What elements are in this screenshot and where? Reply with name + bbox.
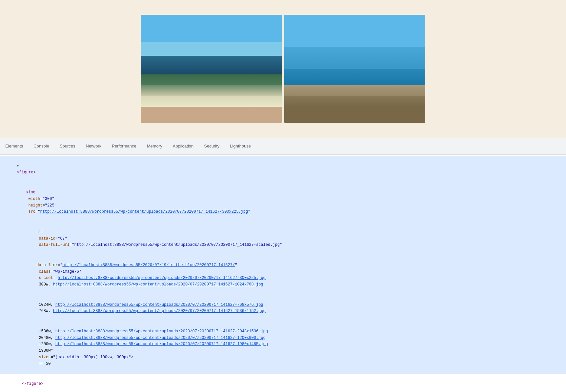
img-line-1b: alt data-id="67" data-full-url="http://l… bbox=[0, 222, 566, 255]
img-line-1d: 1024w, http://localhost:8888/wordpress55… bbox=[0, 295, 566, 322]
tab-elements[interactable]: Elements bbox=[0, 138, 28, 154]
tab-application[interactable]: Application bbox=[168, 138, 199, 154]
img-line-1e: 1536w, http://localhost:8888/wordpress55… bbox=[0, 322, 566, 374]
faraglioni-rocks-image bbox=[284, 15, 425, 123]
image-preview-area bbox=[0, 0, 566, 138]
figure-open-line[interactable]: <figure> bbox=[0, 156, 566, 183]
figure-toggle[interactable] bbox=[17, 163, 21, 169]
figure-close-line: </figure> bbox=[0, 374, 566, 392]
code-panel[interactable]: <figure> <img width="300" height="225" s… bbox=[0, 155, 566, 392]
tab-lighthouse[interactable]: Lighthouse bbox=[225, 138, 256, 154]
tab-performance[interactable]: Performance bbox=[107, 138, 141, 154]
devtools-toolbar: Elements Console Sources Network Perform… bbox=[0, 138, 566, 155]
tab-network[interactable]: Network bbox=[81, 138, 107, 154]
tab-memory[interactable]: Memory bbox=[142, 138, 168, 154]
img-line-1[interactable]: <img width="300" height="225" src="http:… bbox=[0, 183, 566, 222]
img-line-1c: data-link="http://localhost:8888/wordpre… bbox=[0, 255, 566, 295]
tab-sources[interactable]: Sources bbox=[54, 138, 81, 154]
capri-town-image bbox=[141, 15, 282, 123]
tab-console[interactable]: Console bbox=[28, 138, 54, 154]
tab-security[interactable]: Security bbox=[199, 138, 225, 154]
